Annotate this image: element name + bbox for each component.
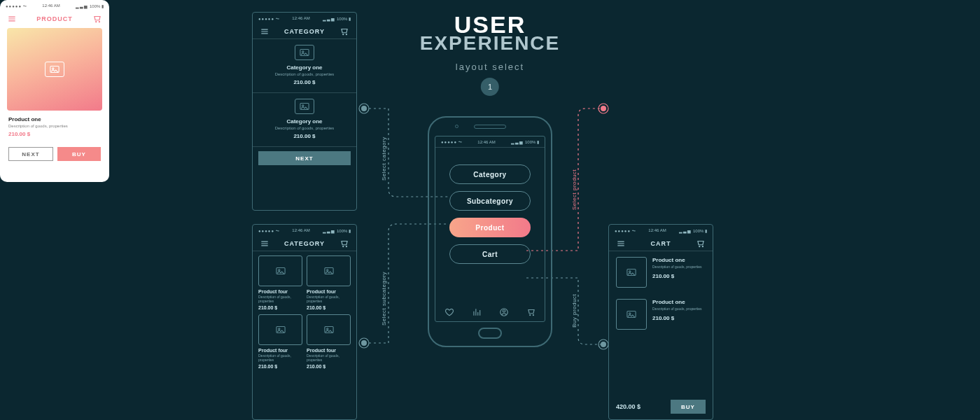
menu-icon[interactable] <box>260 239 270 248</box>
cart-icon[interactable] <box>340 239 349 248</box>
connector-label-product: Select product <box>571 169 578 210</box>
status-bar: 12:46 AM 100% <box>0 0 109 11</box>
layout-badge: 1 <box>481 78 499 96</box>
product-desc: Description of goods, properties <box>307 354 351 362</box>
status-bar: 12:46 AM 100% <box>435 136 545 148</box>
svg-point-3 <box>359 338 369 348</box>
cart-icon[interactable] <box>526 307 536 317</box>
product-desc: Description of goods, properties <box>8 124 101 128</box>
svg-point-25 <box>629 271 631 272</box>
image-placeholder-icon <box>616 257 647 288</box>
category-name: Category one <box>253 118 356 125</box>
cart-icon[interactable] <box>340 27 349 36</box>
cart-item[interactable]: Product one Description of goods, proper… <box>609 293 713 335</box>
title-line2: EXPERIENCE <box>420 34 561 52</box>
image-placeholder-icon <box>295 45 314 60</box>
product-name: Product four <box>307 289 351 294</box>
svg-point-2 <box>361 340 367 346</box>
user-icon[interactable] <box>499 307 509 317</box>
menu-icon[interactable] <box>616 239 626 248</box>
connector-label-buy: Buy product <box>571 294 578 328</box>
cart-item-name: Product one <box>652 299 702 305</box>
cart-icon[interactable] <box>696 239 706 248</box>
svg-point-21 <box>503 310 505 313</box>
page-heading: USER EXPERIENCE layout select 1 <box>420 14 561 96</box>
image-placeholder-icon <box>45 62 64 77</box>
buy-button[interactable]: BUY <box>57 147 101 161</box>
connector-label-category: Select category <box>381 136 387 181</box>
svg-point-5 <box>598 104 608 113</box>
product-name: Product four <box>258 289 302 294</box>
status-time: 12:46 AM <box>292 228 309 232</box>
product-card[interactable]: Product four Description of goods, prope… <box>307 255 351 310</box>
product-card[interactable]: Product four Description of goods, prope… <box>258 314 302 369</box>
category-desc: Description of goods, properties <box>253 126 356 130</box>
svg-point-4 <box>601 106 606 111</box>
menu-icon[interactable] <box>7 14 17 24</box>
connector-label-subcategory: Select subcategory <box>381 272 387 326</box>
product-card[interactable]: Product four Description of goods, prope… <box>258 255 302 310</box>
screen-cart: 12:46 AM 100% CART Product one Descripti… <box>608 224 713 420</box>
status-time: 12:46 AM <box>477 140 495 144</box>
heart-icon[interactable] <box>444 307 454 317</box>
nav-pill-cart[interactable]: Cart <box>449 244 531 264</box>
stats-icon[interactable] <box>472 307 482 317</box>
cart-total: 420.00 $ <box>616 403 640 410</box>
screen-product: 12:46 AM 100% PRODUCT Product one Descri… <box>0 0 109 182</box>
category-desc: Description of goods, properties <box>253 72 356 76</box>
svg-point-9 <box>302 51 304 52</box>
tab-bar <box>435 307 545 317</box>
status-bar: 12:46 AM 100% <box>609 225 713 236</box>
next-button[interactable]: NEXT <box>8 147 53 161</box>
category-item[interactable]: Category one Description of goods, prope… <box>253 39 356 92</box>
nav-pill-product[interactable]: Product <box>449 218 531 237</box>
svg-point-27 <box>629 313 631 314</box>
screen-subcategory: 12:46 AM 100% CATEGORY Product four Desc… <box>252 224 357 420</box>
subtitle: layout select <box>420 62 561 72</box>
product-name: Product one <box>8 116 101 122</box>
product-price: 210.00 $ <box>258 305 302 310</box>
product-name: Product four <box>258 348 302 353</box>
svg-point-0 <box>361 106 367 111</box>
next-button[interactable]: NEXT <box>258 151 351 165</box>
svg-point-6 <box>601 342 606 347</box>
product-name: Product four <box>307 348 351 353</box>
home-button[interactable] <box>478 328 502 339</box>
svg-point-13 <box>278 270 279 271</box>
image-placeholder-icon <box>616 299 647 330</box>
screen-title: CATEGORY <box>284 240 325 247</box>
svg-point-7 <box>598 340 608 349</box>
category-item[interactable]: Category one Description of goods, prope… <box>253 93 356 146</box>
cart-item-price: 210.00 $ <box>652 315 702 321</box>
image-placeholder-icon <box>258 314 302 345</box>
image-placeholder-icon <box>307 255 351 286</box>
product-desc: Description of goods, properties <box>307 295 351 303</box>
cart-icon[interactable] <box>92 14 102 24</box>
svg-point-17 <box>278 328 279 330</box>
cart-item-desc: Description of goods, properties <box>652 307 702 311</box>
product-hero-image <box>7 28 102 111</box>
cart-item-desc: Description of goods, properties <box>652 265 702 269</box>
product-price: 210.00 $ <box>8 131 101 137</box>
category-name: Category one <box>253 64 356 71</box>
nav-pill-category[interactable]: Category <box>449 164 531 184</box>
phone-camera-icon <box>455 125 458 128</box>
svg-point-19 <box>326 328 328 330</box>
product-desc: Description of goods, properties <box>258 295 302 303</box>
cart-item-name: Product one <box>652 257 702 263</box>
cart-item[interactable]: Product one Description of goods, proper… <box>609 251 713 293</box>
screen-title: CATEGORY <box>284 28 325 35</box>
status-bar: 12:46 AM 100% <box>253 13 356 24</box>
svg-point-1 <box>359 104 369 113</box>
product-card[interactable]: Product four Description of goods, prope… <box>307 314 351 369</box>
image-placeholder-icon <box>258 255 302 286</box>
nav-pill-subcategory[interactable]: Subcategory <box>449 191 531 211</box>
buy-button[interactable]: BUY <box>671 400 706 414</box>
category-price: 210.00 $ <box>253 133 356 139</box>
product-price: 210.00 $ <box>307 364 351 369</box>
product-price: 210.00 $ <box>307 305 351 310</box>
svg-point-23 <box>52 68 54 69</box>
screen-title: PRODUCT <box>36 15 73 22</box>
menu-icon[interactable] <box>260 27 270 36</box>
product-price: 210.00 $ <box>258 364 302 369</box>
